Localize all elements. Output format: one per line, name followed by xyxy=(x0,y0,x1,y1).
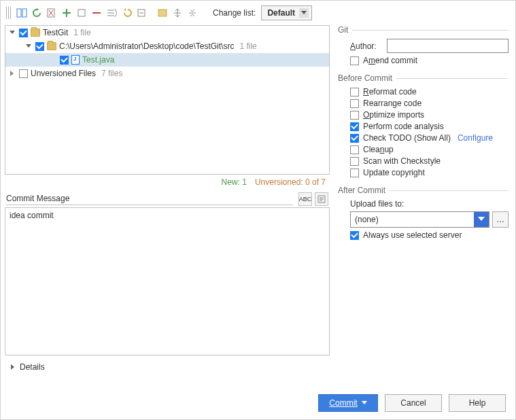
checkstyle-label: Scan with Checkstyle xyxy=(363,156,441,166)
chevron-down-icon xyxy=(362,401,367,405)
chevron-right-icon xyxy=(10,364,17,370)
history-icon[interactable] xyxy=(315,192,328,206)
status-line: New: 1 Unversioned: 0 of 7 xyxy=(5,175,330,188)
analysis-row[interactable]: Perform code analysis xyxy=(350,122,509,131)
cleanup-label: Cleanup xyxy=(363,145,394,154)
move-icon[interactable] xyxy=(105,7,118,19)
spellcheck-icon[interactable]: ABC xyxy=(298,192,312,206)
expand-all-icon[interactable] xyxy=(171,7,184,19)
before-commit-title: Before Commit xyxy=(338,73,509,83)
tree-root-count: 1 file xyxy=(73,28,90,37)
changes-tree[interactable]: TestGit 1 file C:\Users\Administrator\De… xyxy=(5,25,330,175)
copyright-label: Update copyright xyxy=(363,168,425,177)
optimize-row[interactable]: Optimize imports xyxy=(350,110,509,120)
collapse-all-icon[interactable] xyxy=(186,7,199,19)
tree-path-name: C:\Users\Administrator\Desktop\code\Test… xyxy=(59,41,234,51)
checkbox[interactable] xyxy=(350,145,359,154)
tree-unversioned-count: 7 files xyxy=(101,69,122,78)
author-label: Author: xyxy=(350,41,383,51)
checkbox[interactable] xyxy=(19,29,28,37)
checkbox[interactable] xyxy=(350,111,359,120)
optimize-label: Optimize imports xyxy=(363,110,424,120)
java-file-icon xyxy=(71,55,80,65)
checkbox[interactable] xyxy=(350,134,359,143)
expand-arrow-icon[interactable] xyxy=(8,29,16,37)
after-commit-section: After Commit Upload files to: (none) … A… xyxy=(338,186,509,240)
checkstyle-row[interactable]: Scan with Checkstyle xyxy=(350,156,509,166)
expand-arrow-icon[interactable] xyxy=(24,42,33,50)
cleanup-row[interactable]: Cleanup xyxy=(350,145,509,154)
checkbox[interactable] xyxy=(350,56,359,65)
after-commit-title: After Commit xyxy=(338,186,509,195)
tree-path-row[interactable]: C:\Users\Administrator\Desktop\code\Test… xyxy=(5,39,329,53)
amend-commit-row[interactable]: Amend commit xyxy=(350,56,509,65)
commit-message-input[interactable]: idea commit xyxy=(5,207,330,355)
folder-icon xyxy=(31,29,40,37)
collapsed-arrow-icon[interactable] xyxy=(8,69,16,77)
analysis-label: Perform code analysis xyxy=(363,122,444,131)
details-toggle[interactable]: Details xyxy=(5,360,330,374)
show-diff-icon[interactable] xyxy=(16,7,28,19)
upload-label: Upload files to: xyxy=(350,199,509,209)
checkbox[interactable] xyxy=(350,231,359,240)
change-list-label: Change list: xyxy=(213,8,256,18)
checkbox[interactable] xyxy=(35,42,44,51)
checkbox[interactable] xyxy=(350,99,359,108)
tree-unversioned-row[interactable]: Unversioned Files 7 files xyxy=(5,67,329,80)
browse-button[interactable]: … xyxy=(492,211,509,228)
author-input[interactable] xyxy=(387,39,509,53)
tree-root-name: TestGit xyxy=(43,28,68,37)
refresh-icon[interactable] xyxy=(31,7,43,19)
group-icon[interactable] xyxy=(156,7,169,19)
checkbox[interactable] xyxy=(350,88,359,97)
status-unversioned: Unversioned: 0 of 7 xyxy=(255,177,326,187)
help-button[interactable]: Help xyxy=(449,394,506,412)
reformat-row[interactable]: Reformat code xyxy=(350,87,509,97)
status-new: New: 1 xyxy=(222,177,247,187)
copyright-row[interactable]: Update copyright xyxy=(350,168,509,177)
toolbar: Change list: Default xyxy=(1,1,515,25)
commit-button[interactable]: Commit xyxy=(318,394,378,412)
upload-select[interactable]: (none) xyxy=(350,211,489,228)
git-section-title: Git xyxy=(338,25,509,35)
tree-file-row[interactable]: Test.java xyxy=(5,53,329,67)
edit-icon[interactable] xyxy=(75,7,88,19)
git-section: Git Author: Amend commit xyxy=(338,25,509,65)
tree-root-row[interactable]: TestGit 1 file xyxy=(5,26,329,39)
tree-file-name: Test.java xyxy=(82,55,114,65)
amend-commit-label: Amend commit xyxy=(363,56,417,65)
configure-link[interactable]: Configure xyxy=(458,133,493,143)
collapse-icon[interactable] xyxy=(135,7,148,19)
toolbar-grip[interactable] xyxy=(6,7,12,19)
rollback-icon[interactable] xyxy=(120,7,133,19)
tree-unversioned-name: Unversioned Files xyxy=(31,69,96,78)
always-server-label: Always use selected server xyxy=(363,230,462,240)
chevron-down-icon xyxy=(474,212,489,227)
delete-icon[interactable] xyxy=(46,7,58,19)
folder-icon xyxy=(47,42,56,50)
change-list-dropdown[interactable]: Default xyxy=(261,5,312,20)
checkbox[interactable] xyxy=(350,122,359,131)
button-bar: Commit Cancel Help xyxy=(1,387,515,419)
checkbox[interactable] xyxy=(60,56,69,65)
add-icon[interactable] xyxy=(61,7,73,19)
checkbox[interactable] xyxy=(350,169,359,177)
reformat-label: Reformat code xyxy=(363,87,417,97)
cancel-button[interactable]: Cancel xyxy=(385,394,442,412)
rearrange-row[interactable]: Rearrange code xyxy=(350,99,509,108)
todo-label: Check TODO (Show All) xyxy=(363,133,451,143)
tree-path-count: 1 file xyxy=(239,41,256,51)
always-server-row[interactable]: Always use selected server xyxy=(350,230,509,240)
todo-row[interactable]: Check TODO (Show All)Configure xyxy=(350,133,509,143)
svg-rect-3 xyxy=(78,10,85,16)
remove-icon[interactable] xyxy=(90,7,103,19)
chevron-down-icon xyxy=(299,8,309,18)
svg-rect-5 xyxy=(158,10,167,16)
details-label: Details xyxy=(20,362,45,372)
svg-rect-0 xyxy=(17,9,21,17)
checkbox[interactable] xyxy=(350,157,359,166)
before-commit-section: Before Commit Reformat code Rearrange co… xyxy=(338,73,509,177)
rearrange-label: Rearrange code xyxy=(363,99,422,108)
checkbox[interactable] xyxy=(19,69,28,78)
commit-message-label: Commit Message xyxy=(6,194,293,205)
